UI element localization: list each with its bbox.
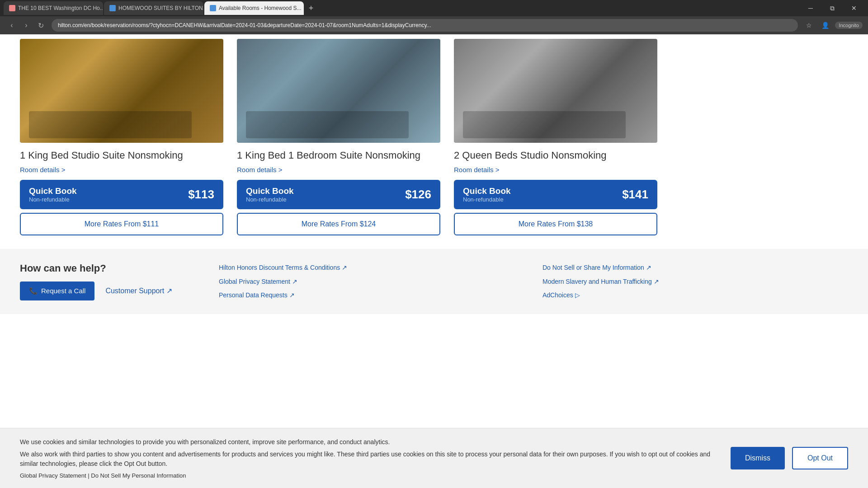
new-tab-button[interactable]: + [305, 2, 317, 14]
room2-more-rates-button[interactable]: More Rates From $124 [237, 213, 440, 235]
tab3-favicon [210, 5, 216, 11]
request-call-button[interactable]: 📞 Request a Call [20, 282, 94, 300]
tab3-label: Available Rooms - Homewood S... [219, 5, 302, 11]
reload-button[interactable]: ↻ [34, 19, 47, 32]
room3-title: 2 Queen Beds Studio Nonsmoking [454, 149, 657, 162]
room3-image [454, 39, 657, 143]
room2-image [237, 39, 440, 143]
browser-tabs-bar: THE 10 BEST Washington DC Ho... ✕ HOMEWO… [0, 0, 868, 16]
room1-title: 1 King Bed Studio Suite Nonsmoking [20, 149, 223, 162]
room2-quick-book-sub: Non-refundable [246, 196, 287, 203]
tab2-label: HOMEWOOD SUITES BY HILTON... [118, 5, 203, 11]
room1-quick-book-sub: Non-refundable [29, 196, 70, 203]
tab1-favicon [9, 5, 15, 11]
room1-image [20, 39, 223, 143]
help-footer: How can we help? 📞 Request a Call Custom… [0, 249, 868, 314]
footer-link-2[interactable]: Do Not Sell or Share My Information ↗ [542, 263, 848, 273]
cookie-text-1: We use cookies and similar technologies … [20, 437, 712, 447]
cookie-footer-links: Global Privacy Statement | Do Not Sell M… [20, 472, 712, 479]
tab2-favicon [109, 5, 116, 11]
tab1-label: THE 10 BEST Washington DC Ho... [18, 5, 103, 11]
restore-button[interactable]: ⧉ [822, 1, 843, 15]
room3-more-rates-button[interactable]: More Rates From $138 [454, 213, 657, 235]
help-left-section: How can we help? 📞 Request a Call Custom… [20, 263, 192, 300]
room1-details-link[interactable]: Room details > [20, 166, 223, 174]
room-card-2: 1 King Bed 1 Bedroom Suite Nonsmoking Ro… [237, 39, 440, 235]
footer-link-4[interactable]: Modern Slavery and Human Trafficking ↗ [542, 276, 848, 286]
bookmark-icon[interactable]: ☆ [802, 19, 815, 32]
room3-furniture [463, 111, 626, 138]
request-call-label: Request a Call [41, 287, 85, 295]
room3-quick-book-left: Quick Book Non-refundable [463, 186, 511, 203]
address-bar-row: ‹ › ↻ ☆ 👤 Incognito [0, 16, 868, 34]
room3-quick-book-button[interactable]: Quick Book Non-refundable $141 [454, 180, 657, 209]
room2-quick-book-button[interactable]: Quick Book Non-refundable $126 [237, 180, 440, 209]
rooms-container: 1 King Bed Studio Suite Nonsmoking Room … [20, 34, 848, 249]
opt-out-button[interactable]: Opt Out [792, 447, 848, 469]
footer-links-grid: Hilton Honors Discount Terms & Condition… [219, 263, 848, 300]
footer-link-3[interactable]: Global Privacy Statement ↗ [219, 276, 524, 286]
room2-quick-book-price: $126 [405, 188, 431, 202]
help-title: How can we help? [20, 263, 192, 274]
help-buttons-row: 📞 Request a Call Customer Support ↗ [20, 282, 192, 300]
room3-quick-book-sub: Non-refundable [463, 196, 504, 203]
room2-details-link[interactable]: Room details > [237, 166, 440, 174]
room1-quick-book-label: Quick Book [29, 186, 77, 196]
footer-link-6[interactable]: AdChoices ▷ [542, 290, 848, 300]
room-card-1: 1 King Bed Studio Suite Nonsmoking Room … [20, 39, 223, 235]
cookie-privacy-link[interactable]: Global Privacy Statement | Do Not Sell M… [20, 472, 186, 479]
address-bar[interactable] [52, 19, 798, 32]
room1-furniture [29, 111, 192, 138]
back-button[interactable]: ‹ [5, 19, 18, 32]
incognito-badge: Incognito [835, 22, 863, 29]
close-window-button[interactable]: ✕ [844, 1, 864, 15]
room3-details-link[interactable]: Room details > [454, 166, 657, 174]
minimize-button[interactable]: ─ [800, 1, 821, 15]
room1-more-rates-button[interactable]: More Rates From $111 [20, 213, 223, 235]
footer-link-1[interactable]: Hilton Honors Discount Terms & Condition… [219, 263, 524, 273]
window-controls: ─ ⧉ ✕ [800, 1, 864, 15]
room2-title: 1 King Bed 1 Bedroom Suite Nonsmoking [237, 149, 440, 162]
cookie-text-2: We also work with third parties to show … [20, 450, 712, 469]
room1-quick-book-button[interactable]: Quick Book Non-refundable $113 [20, 180, 223, 209]
main-content: 1 King Bed Studio Suite Nonsmoking Room … [0, 34, 868, 249]
browser-icons: ☆ 👤 Incognito [802, 19, 863, 32]
tab-1[interactable]: THE 10 BEST Washington DC Ho... ✕ [4, 1, 103, 15]
room2-quick-book-label: Quick Book [246, 186, 294, 196]
cookie-text: We use cookies and similar technologies … [20, 437, 712, 479]
cookie-banner: We use cookies and similar technologies … [0, 428, 868, 488]
forward-button[interactable]: › [20, 19, 33, 32]
room3-quick-book-price: $141 [622, 188, 648, 202]
cookie-buttons: Dismiss Opt Out [731, 447, 848, 469]
phone-icon: 📞 [29, 287, 38, 295]
tab-3[interactable]: Available Rooms - Homewood S... ✕ [204, 1, 304, 15]
room-card-3: 2 Queen Beds Studio Nonsmoking Room deta… [454, 39, 657, 235]
room2-furniture [246, 111, 409, 138]
room2-quick-book-left: Quick Book Non-refundable [246, 186, 294, 203]
tab-2[interactable]: HOMEWOOD SUITES BY HILTON... ✕ [104, 1, 203, 15]
customer-support-link[interactable]: Customer Support ↗ [105, 286, 172, 295]
room1-quick-book-price: $113 [188, 188, 214, 202]
dismiss-button[interactable]: Dismiss [731, 447, 785, 469]
room1-quick-book-left: Quick Book Non-refundable [29, 186, 77, 203]
nav-buttons: ‹ › ↻ [5, 19, 47, 32]
profile-icon[interactable]: 👤 [819, 19, 831, 32]
room3-quick-book-label: Quick Book [463, 186, 511, 196]
footer-link-5[interactable]: Personal Data Requests ↗ [219, 290, 524, 300]
